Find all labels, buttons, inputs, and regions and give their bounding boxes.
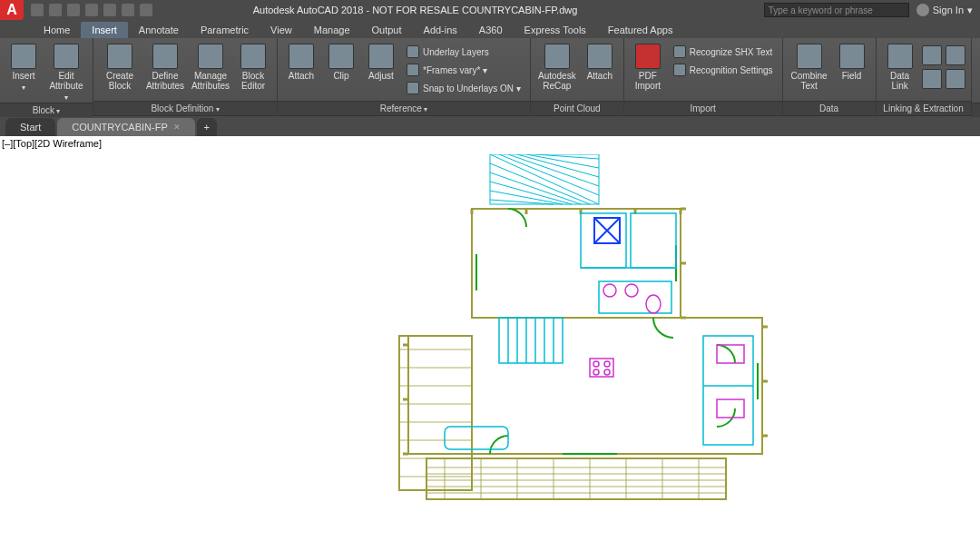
panel-title-point-cloud: Point Cloud <box>531 101 623 115</box>
panel-block: Insert ▾ Edit Attribute ▾ Block <box>0 38 93 115</box>
document-tabs: Start COUNTRYCABIN-FP ✕ + <box>0 116 980 136</box>
tab-annotate[interactable]: Annotate <box>128 22 190 38</box>
recap-icon <box>544 44 570 69</box>
adjust-button[interactable]: Adjust <box>363 42 399 81</box>
drawing-canvas[interactable]: [–][Top][2D Wireframe] <box>0 136 980 551</box>
sign-in-button[interactable]: Sign In ▾ <box>916 4 973 16</box>
insert-button[interactable]: Insert ▾ <box>5 42 42 93</box>
block-editor-button[interactable]: Block Editor <box>235 42 271 91</box>
insert-label: Insert <box>12 71 34 81</box>
tab-a360[interactable]: A360 <box>468 22 514 38</box>
title-bar: A Autodesk AutoCAD 2018 - NOT FOR RESALE… <box>0 0 980 20</box>
define-attributes-button[interactable]: Define Attributes <box>144 42 186 91</box>
recognition-settings-button[interactable]: Recognition Settings <box>670 62 777 78</box>
svg-rect-32 <box>703 336 753 445</box>
panel-title-data: Data <box>783 101 876 115</box>
svg-point-39 <box>593 361 599 367</box>
tab-insert[interactable]: Insert <box>81 22 128 38</box>
plus-icon: + <box>204 122 210 133</box>
qat-new-icon[interactable] <box>31 4 44 16</box>
field-button[interactable]: Field <box>834 42 870 81</box>
qat-saveas-icon[interactable] <box>85 4 98 16</box>
qat-plot-icon[interactable] <box>103 4 116 16</box>
panel-linking-extraction: Data Link Linking & Extraction <box>877 38 972 115</box>
recognize-shx-icon <box>673 45 686 58</box>
tab-parametric[interactable]: Parametric <box>190 22 260 38</box>
close-icon[interactable]: ✕ <box>173 123 181 132</box>
pdf-import-icon <box>635 44 661 69</box>
upload-source-icon[interactable] <box>946 69 965 89</box>
panel-title-block[interactable]: Block <box>0 103 93 117</box>
svg-point-36 <box>625 284 638 297</box>
combine-text-button[interactable]: Combine Text <box>789 42 830 91</box>
tab-featured-apps[interactable]: Featured Apps <box>597 22 684 38</box>
data-link-button[interactable]: Data Link <box>882 42 918 91</box>
panel-block-definition: Create Block Define Attributes Manage At… <box>93 38 278 115</box>
ribbon: Insert ▾ Edit Attribute ▾ Block Create B… <box>0 38 980 116</box>
set-location-button[interactable]: Set Location▾ <box>977 42 980 103</box>
create-block-button[interactable]: Create Block <box>99 42 141 91</box>
attach-pc-label: Attach <box>587 71 612 81</box>
qat-undo-icon[interactable] <box>122 4 134 16</box>
app-logo[interactable]: A <box>0 0 24 20</box>
svg-rect-43 <box>717 345 744 363</box>
chevron-down-icon: ▾ <box>64 93 68 103</box>
quick-access-toolbar <box>24 4 160 16</box>
view-controls-label[interactable]: [–][Top][2D Wireframe] <box>2 138 102 149</box>
underlay-layers-button[interactable]: Underlay Layers <box>403 44 524 60</box>
panel-title-reference[interactable]: Reference <box>278 101 530 115</box>
attach-pointcloud-button[interactable]: Attach <box>582 42 618 81</box>
tab-view[interactable]: View <box>260 22 303 38</box>
extract-data-icon[interactable] <box>946 45 965 65</box>
frames-vary-label: *Frames vary* ▾ <box>423 65 487 75</box>
download-source-icon[interactable] <box>922 69 942 89</box>
manage-attributes-button[interactable]: Manage Attributes <box>190 42 231 91</box>
insert-icon <box>11 44 36 69</box>
panel-title-location: Location <box>972 103 980 117</box>
qat-save-icon[interactable] <box>67 4 80 16</box>
autodesk-recap-button[interactable]: Autodesk ReCap <box>536 42 578 91</box>
data-link-icon <box>887 44 913 69</box>
svg-rect-1 <box>399 336 472 490</box>
clip-icon <box>328 44 354 69</box>
recap-label: Autodesk ReCap <box>536 71 578 91</box>
block-editor-icon <box>240 44 266 69</box>
attach-pc-icon <box>587 44 612 69</box>
qat-open-icon[interactable] <box>49 4 62 16</box>
doctab-start[interactable]: Start <box>5 118 55 136</box>
svg-point-40 <box>604 361 610 367</box>
chevron-down-icon: ▾ <box>967 5 973 16</box>
panel-point-cloud: Autodesk ReCap Attach Point Cloud <box>531 38 624 115</box>
qat-redo-icon[interactable] <box>140 4 152 16</box>
help-search-input[interactable]: Type a keyword or phrase <box>764 3 909 17</box>
tab-output[interactable]: Output <box>361 22 413 38</box>
recognize-shx-button[interactable]: Recognize SHX Text <box>670 44 777 60</box>
frames-vary-button[interactable]: *Frames vary* ▾ <box>403 62 524 78</box>
tab-express-tools[interactable]: Express Tools <box>514 22 597 38</box>
pdf-import-button[interactable]: PDF Import <box>630 42 666 91</box>
data-link-label: Data Link <box>882 71 918 91</box>
panel-title-block-definition[interactable]: Block Definition <box>93 101 277 115</box>
update-link-icon[interactable] <box>922 45 942 65</box>
tab-manage[interactable]: Manage <box>303 22 361 38</box>
panel-title-import: Import <box>624 101 782 115</box>
tab-home[interactable]: Home <box>33 22 81 38</box>
create-block-icon <box>107 44 132 69</box>
define-attributes-label: Define Attributes <box>144 71 186 91</box>
clip-button[interactable]: Clip <box>323 42 359 81</box>
snap-underlays-button[interactable]: Snap to Underlays ON ▾ <box>403 80 524 96</box>
panel-data: Combine Text Field Data <box>783 38 877 115</box>
svg-point-42 <box>604 369 610 375</box>
sign-in-label: Sign In <box>933 5 964 15</box>
doctab-countrycabin[interactable]: COUNTRYCABIN-FP ✕ <box>57 118 195 136</box>
manage-attributes-icon <box>198 44 223 69</box>
edit-attribute-button[interactable]: Edit Attribute ▾ <box>45 42 87 103</box>
define-attributes-icon <box>152 44 178 69</box>
chevron-down-icon: ▾ <box>22 83 25 93</box>
floorplan-drawing <box>381 154 780 536</box>
tab-addins[interactable]: Add-ins <box>413 22 468 38</box>
doctab-add[interactable]: + <box>197 118 217 136</box>
field-icon <box>839 44 865 69</box>
snap-underlays-icon <box>407 82 419 94</box>
attach-button[interactable]: Attach <box>283 42 319 81</box>
